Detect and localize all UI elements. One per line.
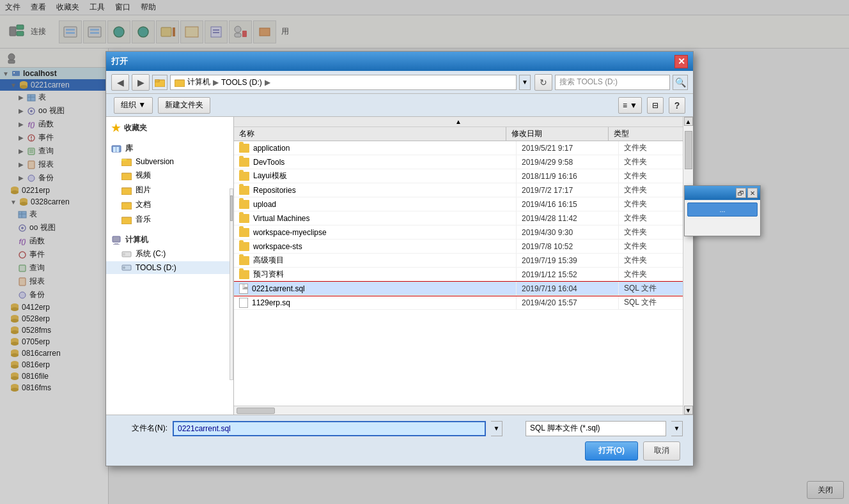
folder-icon <box>239 242 249 251</box>
file-cell-type: 文件夹 <box>619 155 683 169</box>
pane-item-picture[interactable]: 图片 <box>106 183 233 197</box>
dialog-close-button[interactable]: ✕ <box>674 55 688 68</box>
right-scrollbar[interactable]: ▲ ▼ <box>683 117 693 415</box>
drive-d-label: TOOLS (D:) <box>136 263 176 272</box>
file-cell-type: 文件夹 <box>619 169 683 183</box>
file-cell-type: 文件夹 <box>619 141 683 155</box>
filename-dropdown-btn[interactable]: ▼ <box>491 421 502 436</box>
file-row[interactable]: 1129erp.sq 2019/4/20 15:57 SQL 文件 <box>234 296 683 310</box>
scroll-up-arrow[interactable]: ▲ <box>234 117 683 127</box>
file-row[interactable]: workspace-myeclipse 2019/4/30 9:30 文件夹 <box>234 225 683 240</box>
open-button[interactable]: 打开(O) <box>585 441 638 461</box>
scrollbar-thumb[interactable] <box>685 131 692 169</box>
cancel-label: 取消 <box>654 445 669 456</box>
h-scrollbar-thumb[interactable] <box>237 408 275 414</box>
folder-icon <box>239 172 249 181</box>
scrollbar-thumb[interactable] <box>230 195 233 221</box>
folder-icon <box>239 214 249 223</box>
pane-item-video[interactable]: 视频 <box>106 168 233 183</box>
col-name[interactable]: 名称 <box>234 127 506 141</box>
file-row[interactable]: 高级项目 2019/7/19 15:39 文件夹 <box>234 254 683 268</box>
pane-item-drive-c[interactable]: 系统 (C:) <box>106 247 233 261</box>
file-cell-date: 2019/1/12 15:52 <box>517 268 619 281</box>
sec-action-btn[interactable]: ... <box>687 202 758 217</box>
file-row[interactable]: application 2019/5/21 9:17 文件夹 <box>234 141 683 155</box>
search-button[interactable]: 🔍 <box>673 75 688 90</box>
sec-restore-btn[interactable]: 🗗 <box>736 188 746 198</box>
dialog-bottom: 文件名(N): ▼ SQL 脚本文件 (*.sql) ▼ 打开(O) 取消 <box>106 415 693 466</box>
file-cell-type: SQL 文件 <box>619 296 683 309</box>
file-cell-name: 预习资料 <box>234 268 517 281</box>
forward-icon: ▶ <box>137 77 144 88</box>
file-list-header: 名称 修改日期 类型 <box>234 127 683 141</box>
up-arrow-icon: ▲ <box>455 118 462 125</box>
file-cell-date: 2019/7/8 10:52 <box>517 240 619 253</box>
filetype-dropdown-btn[interactable]: ▼ <box>671 421 683 436</box>
sql-file-icon <box>239 284 248 294</box>
folder-icon <box>239 256 249 265</box>
nav-forward-button[interactable]: ▶ <box>132 74 150 91</box>
horizontal-scrollbar[interactable] <box>234 406 683 415</box>
video-label: 视频 <box>136 170 151 181</box>
left-pane-scrollbar[interactable] <box>230 188 233 380</box>
nav-refresh-button[interactable]: ↻ <box>534 74 552 91</box>
file-row[interactable]: 预习资料 2019/1/12 15:52 文件夹 <box>234 268 683 282</box>
computer-section: 计算机 <box>106 232 233 247</box>
cancel-button[interactable]: 取消 <box>643 441 680 461</box>
folder-nav-icon <box>155 78 165 87</box>
file-cell-date: 2019/4/28 11:42 <box>517 211 619 225</box>
file-name-label: 高级项目 <box>253 255 284 266</box>
file-cell-date: 2019/4/30 9:30 <box>517 225 619 239</box>
pane-item-drive-d[interactable]: TOOLS (D:) <box>106 261 233 274</box>
scrollbar-down-btn[interactable]: ▼ <box>684 406 693 415</box>
sql-icon-2 <box>239 298 248 308</box>
help-button[interactable]: ? <box>669 97 685 114</box>
secondary-dialog: 🗗 ✕ ... <box>684 185 761 236</box>
pane-item-document[interactable]: 文档 <box>106 197 233 212</box>
file-row-selected[interactable]: 0221carrent.sql 2019/7/19 16:04 SQL 文件 <box>234 282 683 296</box>
file-open-dialog: 打开 ✕ ◀ ▶ 计算机 ▶ TOOLS (D:) ▶ ▼ ↻ 搜索 TOOLS… <box>105 51 694 466</box>
file-row[interactable]: DevTools 2019/4/29 9:58 文件夹 <box>234 155 683 169</box>
favorites-section: ★ 收藏夹 <box>106 119 233 135</box>
pane-item-music[interactable]: 音乐 <box>106 212 233 227</box>
sec-dialog-titlebar: 🗗 ✕ <box>685 186 760 200</box>
file-cell-name: Virtual Machines <box>234 211 517 225</box>
dialog-actionbar: 组织 ▼ 新建文件夹 ≡ ▼ ⊟ ? <box>106 94 693 117</box>
file-row[interactable]: workspace-sts 2019/7/8 10:52 文件夹 <box>234 240 683 254</box>
panel-button[interactable]: ⊟ <box>647 97 664 114</box>
file-name-label: upload <box>253 200 276 209</box>
scrollbar-up-btn[interactable]: ▲ <box>684 117 693 126</box>
file-cell-date-selected: 2019/7/19 16:04 <box>517 282 619 295</box>
file-row[interactable]: Virtual Machines 2019/4/28 11:42 文件夹 <box>234 211 683 225</box>
svg-rect-88 <box>121 173 132 180</box>
filetype-label: SQL 脚本文件 (*.sql) <box>530 423 600 434</box>
dialog-title: 打开 <box>111 56 128 67</box>
pane-item-subversion[interactable]: Subversion <box>106 155 233 168</box>
col-date[interactable]: 修改日期 <box>506 127 609 141</box>
right-pane: ▲ 名称 修改日期 类型 <box>234 117 683 415</box>
organize-button[interactable]: 组织 ▼ <box>114 97 153 114</box>
nav-folder-icon[interactable] <box>152 75 167 90</box>
breadcrumb-drive: TOOLS (D:) <box>221 78 262 87</box>
svg-rect-92 <box>113 236 120 242</box>
library-icon <box>111 144 121 154</box>
breadcrumb-dropdown-btn[interactable]: ▼ <box>519 75 531 90</box>
breadcrumb-computer: 计算机 <box>187 77 210 88</box>
breadcrumb-folder-icon <box>175 78 185 87</box>
nav-back-button[interactable]: ◀ <box>111 74 129 91</box>
music-label: 音乐 <box>136 214 151 225</box>
filetype-select[interactable]: SQL 脚本文件 (*.sql) <box>526 421 666 436</box>
col-type[interactable]: 类型 <box>609 127 673 141</box>
open-label: 打开(O) <box>598 445 625 456</box>
file-cell-name-selected: 0221carrent.sql <box>234 282 517 295</box>
file-row[interactable]: Repositories 2019/7/2 17:17 文件夹 <box>234 183 683 197</box>
new-folder-button[interactable]: 新建文件夹 <box>158 97 210 114</box>
file-row[interactable]: Layui模板 2018/11/9 16:16 文件夹 <box>234 169 683 183</box>
sec-close-btn[interactable]: ✕ <box>747 188 758 198</box>
drive-d-icon <box>121 263 132 272</box>
view-button[interactable]: ≡ ▼ <box>618 97 642 114</box>
filename-input[interactable] <box>173 421 486 436</box>
breadcrumb-bar[interactable]: 计算机 ▶ TOOLS (D:) ▶ <box>170 75 517 90</box>
file-row[interactable]: upload 2019/4/16 16:15 文件夹 <box>234 197 683 211</box>
file-cell-date: 2019/4/29 9:58 <box>517 155 619 169</box>
